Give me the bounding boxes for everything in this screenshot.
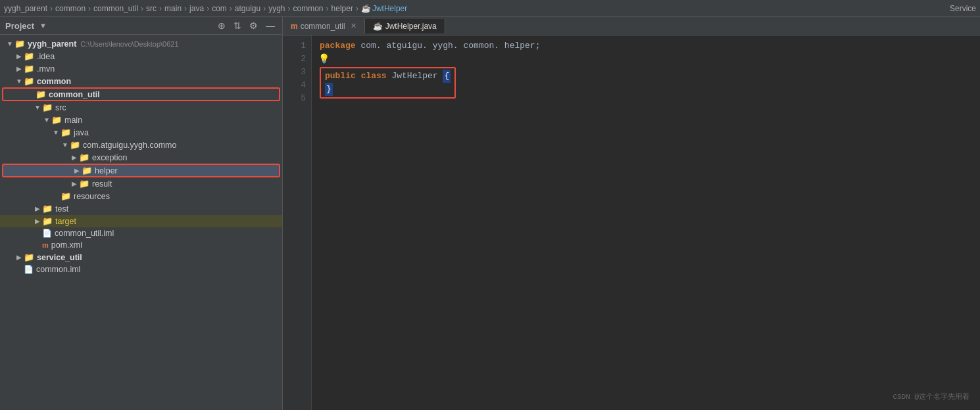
folder-icon-resources: 📁 — [61, 191, 71, 201]
sep6: › — [207, 4, 209, 13]
tree-item-helper-wrapper: ▶ 📁 helper — [0, 164, 282, 177]
label-target: target — [55, 217, 76, 226]
editor-area: m common_util ✕ ☕ JwtHelper.java 1 2 3 4… — [283, 17, 980, 410]
tab-jwthelper[interactable]: ☕ JwtHelper.java — [365, 19, 445, 34]
crumb-src[interactable]: src — [146, 4, 157, 13]
folder-icon-yygh-parent: 📁 — [14, 39, 25, 49]
tree-item-service-util[interactable]: ▶ 📁 service_util — [0, 251, 282, 263]
minimize-icon[interactable]: — — [264, 20, 277, 32]
label-service-util: service_util — [37, 253, 82, 262]
sep11: › — [356, 4, 358, 13]
folder-icon-src: 📁 — [42, 102, 53, 112]
label-yygh-parent: yygh_parent — [28, 39, 76, 49]
tree-item-target[interactable]: ▶ 📁 target — [0, 215, 282, 227]
sep3: › — [141, 4, 143, 13]
sep10: › — [326, 4, 329, 13]
crumb-yygh[interactable]: yygh — [268, 4, 285, 13]
file-icon-pom: m — [42, 241, 49, 249]
tree-item-pom[interactable]: m pom.xml — [0, 239, 282, 251]
crumb-jwthelper[interactable]: ☕JwtHelper — [361, 4, 407, 13]
tree-item-idea[interactable]: ▶ 📁 .idea — [0, 50, 282, 62]
tree-item-main[interactable]: ▼ 📁 main — [0, 114, 282, 126]
crumb-main[interactable]: main — [164, 4, 182, 13]
crumb-common[interactable]: common — [55, 4, 86, 13]
main-layout: Project ▼ ⊕ ⇅ ⚙ — ▼ 📁 yygh_parent C:\Use… — [0, 17, 980, 410]
tree-item-result[interactable]: ▶ 📁 result — [0, 177, 282, 190]
code-space2 — [387, 70, 392, 83]
code-line-4: } — [325, 83, 451, 96]
sep9: › — [288, 4, 291, 13]
tree-item-common-iml[interactable]: 📄 common.iml — [0, 263, 282, 275]
arrow-service-util: ▶ — [14, 254, 24, 261]
close-brace: } — [325, 83, 333, 96]
tree-item-mvn[interactable]: ▶ 📁 .mvn — [0, 62, 282, 75]
folder-icon-java: 📁 — [61, 127, 71, 137]
label-test: test — [55, 204, 68, 214]
keyword-class: class — [361, 70, 387, 83]
sep8: › — [263, 4, 266, 13]
folder-icon-package: 📁 — [70, 140, 80, 150]
folder-icon-idea: 📁 — [24, 51, 34, 61]
code-line-1: package com. atguigu. yygh. common. help… — [320, 39, 972, 53]
tab-icon-jwthelper: ☕ — [373, 22, 383, 31]
project-tree: ▼ 📁 yygh_parent C:\Users\lenovo\Desktop\… — [0, 35, 282, 410]
sep4: › — [159, 4, 162, 13]
folder-icon-common: 📁 — [24, 76, 34, 86]
code-editor[interactable]: 1 2 3 4 5 package com. atguigu. yygh. co… — [283, 35, 980, 410]
tree-item-yygh-parent[interactable]: ▼ 📁 yygh_parent C:\Users\lenovo\Desktop\… — [0, 37, 282, 50]
project-sidebar: Project ▼ ⊕ ⇅ ⚙ — ▼ 📁 yygh_parent C:\Use… — [0, 17, 283, 410]
code-line-3: public class JwtHelper { — [325, 70, 451, 83]
arrow-helper: ▶ — [72, 167, 82, 174]
tree-item-helper[interactable]: ▶ 📁 helper — [3, 164, 280, 177]
code-space3 — [438, 70, 443, 83]
tab-common-util[interactable]: m common_util ✕ — [283, 19, 365, 34]
watermark: CSDN @这个名字先用着 — [893, 390, 969, 403]
crumb-helper[interactable]: helper — [331, 4, 353, 13]
tree-item-java[interactable]: ▼ 📁 java — [0, 126, 282, 139]
tree-item-common-util-wrapper: 📁 common_util — [0, 88, 282, 101]
folder-icon-mvn: 📁 — [24, 64, 34, 74]
arrow-java: ▼ — [51, 129, 61, 136]
crumb-java[interactable]: java — [189, 4, 204, 13]
arrow-mvn: ▶ — [14, 65, 24, 72]
folder-icon-service-util: 📁 — [24, 252, 34, 262]
label-common-util: common_util — [49, 90, 100, 99]
code-content[interactable]: package com. atguigu. yygh. common. help… — [312, 35, 980, 410]
editor-red-box: public class JwtHelper { } — [320, 67, 456, 99]
folder-icon-common-util: 📁 — [36, 89, 46, 99]
sep1: › — [50, 4, 53, 13]
arrow-src: ▼ — [33, 104, 42, 111]
tab-close-common-util[interactable]: ✕ — [351, 22, 356, 30]
path-yygh-parent: C:\Users\lenovo\Desktop\0621 — [80, 40, 178, 48]
file-icon-iml: 📄 — [42, 229, 52, 238]
tree-item-test[interactable]: ▶ 📁 test — [0, 202, 282, 215]
arrow-main: ▼ — [42, 116, 51, 124]
code-space — [356, 70, 361, 83]
breadcrumb-bar: yygh_parent › common › common_util › src… — [0, 0, 980, 17]
add-icon[interactable]: ⊕ — [216, 20, 228, 32]
settings-icon[interactable]: ⚙ — [247, 20, 260, 32]
folder-icon-helper: 📁 — [82, 166, 92, 175]
label-mvn: .mvn — [37, 64, 55, 74]
tree-item-resources[interactable]: 📁 resources — [0, 190, 282, 202]
sort-icon[interactable]: ⇅ — [232, 20, 243, 32]
tree-item-common-util[interactable]: 📁 common_util — [3, 88, 280, 101]
tree-item-package[interactable]: ▼ 📁 com.atguigu.yygh.commo — [0, 139, 282, 151]
arrow-target: ▶ — [33, 217, 42, 225]
label-java: java — [74, 128, 89, 137]
crumb-com[interactable]: com — [212, 4, 227, 13]
code-line-2: 💡 — [320, 53, 972, 66]
tree-item-common-util-iml[interactable]: 📄 common_util.iml — [0, 227, 282, 239]
label-idea: .idea — [37, 52, 55, 61]
label-package: com.atguigu.yygh.commo — [83, 141, 176, 150]
crumb-atguigu[interactable]: atguigu — [235, 4, 260, 13]
lightbulb-icon[interactable]: 💡 — [318, 53, 330, 66]
crumb-common2[interactable]: common — [293, 4, 324, 13]
crumb-common-util[interactable]: common_util — [93, 4, 138, 13]
sidebar-icons: ⊕ ⇅ ⚙ — — [216, 20, 277, 32]
tree-item-exception[interactable]: ▶ 📁 exception — [0, 151, 282, 164]
code-line-5 — [320, 99, 972, 112]
crumb-yygh-parent[interactable]: yygh_parent — [4, 4, 47, 13]
tree-item-common[interactable]: ▼ 📁 common — [0, 75, 282, 87]
tree-item-src[interactable]: ▼ 📁 src — [0, 101, 282, 114]
